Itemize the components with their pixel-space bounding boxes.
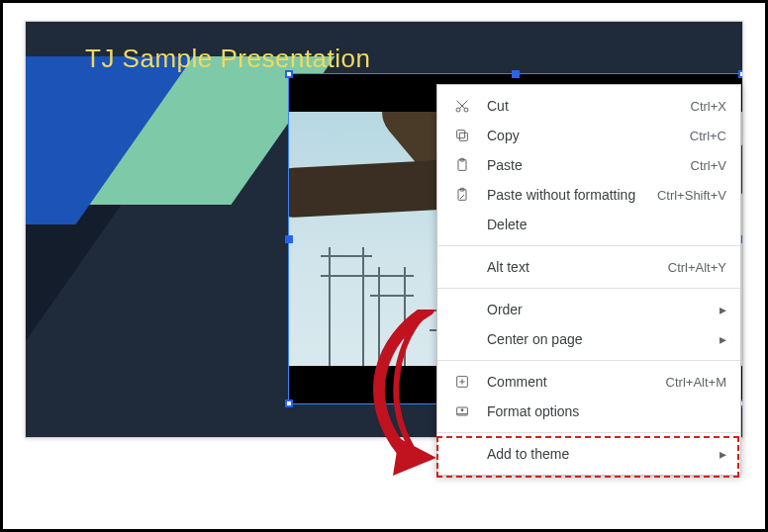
- context-menu: Cut Ctrl+X Copy Ctrl+C Paste Ctrl+V Past…: [436, 84, 741, 476]
- resize-handle-tr[interactable]: [738, 70, 742, 78]
- menu-separator: [437, 360, 740, 361]
- menu-separator: [437, 432, 740, 433]
- menu-shortcut: Ctrl+V: [691, 158, 726, 173]
- comment-icon: [451, 374, 473, 390]
- menu-label: Add to theme: [487, 446, 720, 462]
- menu-item-paste-without-formatting[interactable]: Paste without formatting Ctrl+Shift+V: [437, 180, 740, 210]
- menu-label: Center on page: [487, 331, 720, 347]
- svg-point-10: [461, 409, 463, 411]
- menu-shortcut: Ctrl+X: [691, 99, 726, 114]
- submenu-arrow-icon: ▸: [720, 331, 726, 347]
- menu-label: Cut: [487, 98, 691, 114]
- menu-label: Paste without formatting: [487, 187, 657, 203]
- resize-handle-tm[interactable]: [512, 70, 520, 78]
- menu-item-center-on-page[interactable]: Center on page ▸: [437, 324, 740, 354]
- copy-icon: [451, 128, 473, 143]
- pylon: [329, 247, 364, 366]
- menu-label: Paste: [487, 157, 691, 173]
- menu-label: Format options: [487, 403, 726, 419]
- pylon: [378, 267, 406, 366]
- cut-icon: [451, 98, 473, 114]
- menu-item-alt-text[interactable]: Alt text Ctrl+Alt+Y: [437, 252, 740, 282]
- paste-plain-icon: [451, 187, 473, 203]
- resize-handle-bl[interactable]: [285, 399, 293, 407]
- menu-shortcut: Ctrl+Shift+V: [657, 188, 726, 203]
- paste-icon: [451, 157, 473, 173]
- menu-separator: [437, 245, 740, 246]
- menu-item-format-options[interactable]: Format options: [437, 397, 740, 426]
- menu-item-cut[interactable]: Cut Ctrl+X: [437, 91, 740, 121]
- submenu-arrow-icon: ▸: [720, 446, 726, 462]
- resize-handle-tl[interactable]: [285, 70, 293, 78]
- menu-label: Delete: [487, 217, 726, 232]
- menu-separator: [437, 288, 740, 289]
- menu-label: Alt text: [487, 259, 668, 275]
- menu-label: Comment: [487, 374, 666, 390]
- svg-marker-11: [393, 438, 436, 476]
- svg-rect-3: [457, 131, 465, 138]
- menu-item-copy[interactable]: Copy Ctrl+C: [437, 121, 740, 150]
- menu-shortcut: Ctrl+Alt+M: [666, 375, 726, 390]
- screenshot-frame: TJ Sample Presentation: [0, 0, 768, 532]
- menu-item-delete[interactable]: Delete: [437, 210, 740, 239]
- menu-label: Copy: [487, 128, 690, 143]
- menu-item-comment[interactable]: Comment Ctrl+Alt+M: [437, 367, 740, 397]
- menu-item-order[interactable]: Order ▸: [437, 295, 740, 324]
- format-options-icon: [451, 403, 473, 419]
- menu-item-paste[interactable]: Paste Ctrl+V: [437, 150, 740, 180]
- menu-label: Order: [487, 302, 720, 317]
- menu-item-add-to-theme[interactable]: Add to theme ▸: [437, 439, 740, 469]
- menu-shortcut: Ctrl+Alt+Y: [668, 260, 726, 275]
- resize-handle-lm[interactable]: [285, 235, 293, 243]
- svg-rect-2: [459, 133, 467, 140]
- slide-title: TJ Sample Presentation: [85, 44, 370, 74]
- menu-shortcut: Ctrl+C: [690, 129, 726, 143]
- submenu-arrow-icon: ▸: [720, 302, 726, 317]
